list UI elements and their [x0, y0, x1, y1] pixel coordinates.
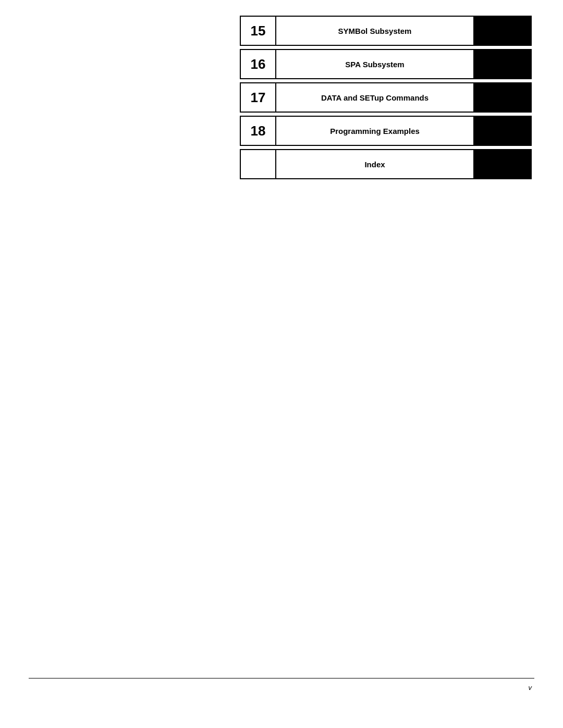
toc-row[interactable]: Index [240, 149, 532, 179]
toc-label: SPA Subsystem [276, 50, 473, 78]
toc-black-box [473, 117, 531, 145]
toc-black-box [473, 150, 531, 178]
toc-row[interactable]: 16SPA Subsystem [240, 49, 532, 79]
toc-row[interactable]: 17DATA and SETup Commands [240, 82, 532, 113]
toc-label: Index [276, 150, 473, 178]
footer-page: v [529, 684, 532, 692]
toc-number: 18 [241, 117, 276, 145]
toc-black-box [473, 83, 531, 112]
toc-row[interactable]: 18Programming Examples [240, 116, 532, 146]
toc-row[interactable]: 15SYMBol Subsystem [240, 16, 532, 46]
toc-label: Programming Examples [276, 117, 473, 145]
toc-number [241, 150, 276, 178]
toc-label: DATA and SETup Commands [276, 83, 473, 112]
footer-line [29, 678, 534, 678]
toc-number: 17 [241, 83, 276, 112]
page-content: 15SYMBol Subsystem16SPA Subsystem17DATA … [0, 0, 563, 728]
toc-label: SYMBol Subsystem [276, 17, 473, 45]
toc-number: 15 [241, 17, 276, 45]
toc-black-box [473, 17, 531, 45]
toc-container: 15SYMBol Subsystem16SPA Subsystem17DATA … [240, 16, 532, 182]
toc-number: 16 [241, 50, 276, 78]
toc-black-box [473, 50, 531, 78]
